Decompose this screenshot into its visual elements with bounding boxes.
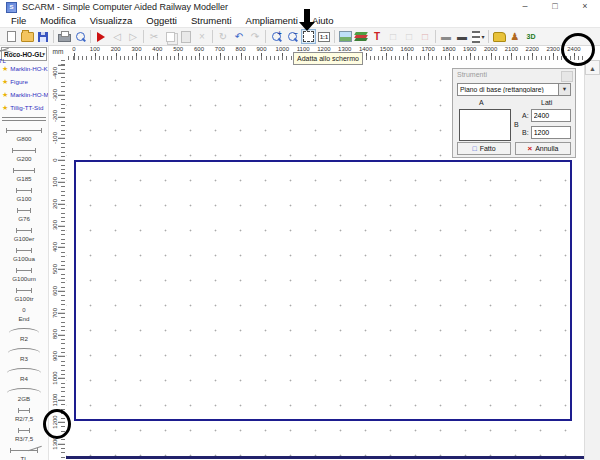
menu-oggetti[interactable]: Oggetti bbox=[139, 15, 184, 26]
track-library-panel: Roco-HO-GL ▾ ★Marklin-HO-K★Figure★Markli… bbox=[0, 46, 49, 460]
print-preview-icon[interactable] bbox=[73, 29, 88, 44]
star-icon: ★ bbox=[2, 78, 8, 86]
h-ruler-label: 200 bbox=[111, 46, 121, 52]
close-button[interactable]: × bbox=[570, 0, 600, 14]
h-ruler-label: 800 bbox=[236, 46, 246, 52]
track-part-r2-7-5[interactable]: R2/7,5 bbox=[0, 404, 48, 424]
track-part-g76[interactable]: G76 bbox=[0, 204, 48, 224]
track-symbol-icon bbox=[0, 166, 48, 175]
library-item-tillig-tt-std[interactable]: ★Tillig-TT-Std bbox=[0, 101, 48, 114]
zoom-1-1-icon[interactable]: 1:1 bbox=[317, 29, 332, 44]
print-icon[interactable] bbox=[57, 29, 72, 44]
fit-to-screen-icon[interactable] bbox=[301, 29, 316, 44]
track-part-ctl[interactable]: CTL bbox=[0, 46, 15, 66]
toolbar-separator bbox=[488, 30, 489, 43]
strumenti-panel: Strumenti Piano di base (rettangolare) ▼… bbox=[452, 68, 576, 158]
track-part-g100ua[interactable]: G100ua bbox=[0, 244, 48, 264]
star-icon: ★ bbox=[2, 104, 8, 112]
annotation-circle-1200 bbox=[43, 409, 71, 439]
3d-view-icon[interactable]: 3D bbox=[524, 29, 539, 44]
vertical-ruler-minor-ticks bbox=[61, 60, 65, 460]
track-part-g100er[interactable]: G100er bbox=[0, 224, 48, 244]
vertical-scrollbar[interactable]: ▲ bbox=[584, 60, 600, 460]
copy-icon[interactable] bbox=[163, 29, 178, 44]
h-ruler-label: 500 bbox=[173, 46, 183, 52]
maximize-button[interactable]: □ bbox=[540, 0, 570, 14]
rolling-stock-icon[interactable]: ▬ bbox=[439, 29, 454, 44]
track-symbol-icon bbox=[0, 226, 48, 235]
model-objects-icon[interactable]: ▬ bbox=[455, 29, 470, 44]
label-b: B bbox=[514, 121, 519, 128]
h-ruler-label: 2000 bbox=[484, 46, 497, 52]
menu-visualizza[interactable]: Visualizza bbox=[83, 15, 140, 26]
window-title: SCARM - Simple Computer Aided Railway Mo… bbox=[22, 2, 228, 12]
cancel-button[interactable]: × Annulla bbox=[515, 142, 571, 155]
track-part-g200[interactable]: G200 bbox=[0, 144, 48, 164]
terrain-icon[interactable] bbox=[492, 29, 507, 44]
open-folder-icon[interactable] bbox=[20, 29, 35, 44]
annotation-arrow-down-icon bbox=[299, 9, 315, 31]
track-part-r3-7-5[interactable]: R3/7,5 bbox=[0, 424, 48, 444]
track-part-end[interactable]: 0End bbox=[0, 304, 48, 324]
track-part-2gb[interactable]: 2GB bbox=[0, 384, 48, 404]
track-part-g100[interactable]: G100 bbox=[0, 184, 48, 204]
new-file-icon[interactable] bbox=[4, 29, 19, 44]
chevron-down-icon: ▾ bbox=[42, 51, 45, 57]
rotate-icon[interactable]: ↻ bbox=[216, 29, 231, 44]
side-a-input[interactable] bbox=[531, 109, 571, 122]
menu-strumenti[interactable]: Strumenti bbox=[184, 15, 239, 26]
h-ruler-label: 300 bbox=[131, 46, 141, 52]
track-part-g100tr[interactable]: G100tr bbox=[0, 284, 48, 304]
app-icon: S bbox=[6, 2, 17, 13]
ruler-unit-label: mm bbox=[50, 46, 66, 58]
previous-track-icon[interactable]: ◁ bbox=[110, 29, 125, 44]
cut-icon[interactable]: ✂ bbox=[147, 29, 162, 44]
track-symbol-icon bbox=[0, 446, 48, 455]
paste-icon[interactable] bbox=[179, 29, 194, 44]
baseplate-shape-value: Piano di base (rettangolare) bbox=[458, 86, 558, 93]
next-track-icon[interactable]: ▷ bbox=[126, 29, 141, 44]
track-part-tl[interactable]: TL bbox=[0, 444, 48, 460]
library-item-marklin-ho-m[interactable]: ★Marklin-HO-M bbox=[0, 88, 48, 101]
figures-icon[interactable]: ♟ bbox=[508, 29, 523, 44]
h-ruler-label: 1700 bbox=[421, 46, 434, 52]
start-point-flag-icon[interactable] bbox=[94, 29, 109, 44]
done-button[interactable]: □ Fatto bbox=[457, 142, 511, 155]
parts-list-icon[interactable]: ▾ bbox=[471, 29, 486, 44]
delete-icon[interactable]: × bbox=[195, 29, 210, 44]
layers-icon[interactable] bbox=[354, 29, 369, 44]
zoom-in-icon[interactable]: + bbox=[269, 29, 284, 44]
baseplate-shape-select[interactable]: Piano di base (rettangolare) ▼ bbox=[457, 83, 571, 96]
text-label-icon[interactable]: T bbox=[370, 29, 385, 44]
bottom-edge-strip bbox=[66, 456, 600, 459]
menu-modifica[interactable]: Modifica bbox=[33, 15, 82, 26]
menu-file[interactable]: File bbox=[4, 15, 33, 26]
track-part-r4[interactable]: R4 bbox=[0, 364, 48, 384]
h-ruler-label: 1800 bbox=[442, 46, 455, 52]
track-part-r3[interactable]: R3 bbox=[0, 344, 48, 364]
track-part-r2[interactable]: R2 bbox=[0, 324, 48, 344]
h-ruler-label: 1000 bbox=[276, 46, 289, 52]
undo-icon[interactable]: ↶ bbox=[232, 29, 247, 44]
redo-icon[interactable]: ↷ bbox=[248, 29, 263, 44]
track-symbol-icon bbox=[0, 326, 48, 335]
background-image-icon[interactable] bbox=[338, 29, 353, 44]
track-part-g100um[interactable]: G100um bbox=[0, 264, 48, 284]
baseplate-rectangle[interactable] bbox=[74, 160, 572, 421]
minimize-button[interactable]: – bbox=[510, 0, 540, 14]
track-part-g800[interactable]: G800 bbox=[0, 124, 48, 144]
save-icon[interactable] bbox=[36, 29, 51, 44]
h-ruler-label: 0 bbox=[72, 46, 75, 52]
grayed-tool-1-icon[interactable]: □ bbox=[386, 29, 401, 44]
track-symbol-icon bbox=[0, 406, 48, 415]
track-part-g185[interactable]: G185 bbox=[0, 164, 48, 184]
panel-system-button[interactable] bbox=[561, 71, 573, 82]
zoom-out-icon[interactable]: − bbox=[285, 29, 300, 44]
side-b-input[interactable] bbox=[531, 126, 571, 139]
library-item-figure[interactable]: ★Figure bbox=[0, 75, 48, 88]
grayed-tool-3-icon[interactable]: □ bbox=[418, 29, 433, 44]
menu-ampliamenti[interactable]: Ampliamenti bbox=[239, 15, 305, 26]
grayed-tool-2-icon[interactable]: □ bbox=[402, 29, 417, 44]
h-ruler-label: 100 bbox=[90, 46, 100, 52]
h-ruler-label: 900 bbox=[256, 46, 266, 52]
